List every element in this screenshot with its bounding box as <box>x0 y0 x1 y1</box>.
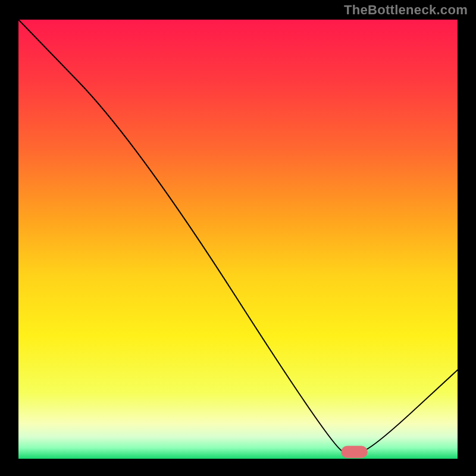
optimal-marker <box>341 446 367 458</box>
bottleneck-curve <box>18 20 458 458</box>
watermark-text: TheBottleneck.com <box>344 2 468 18</box>
chart-stage: TheBottleneck.com <box>0 0 476 476</box>
plot-area <box>17 18 459 459</box>
